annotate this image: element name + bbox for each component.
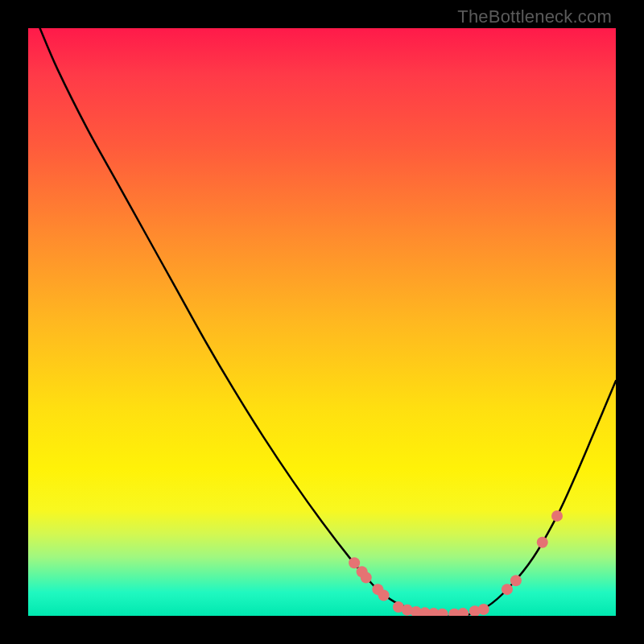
chart-container: { "watermark": "TheBottleneck.com", "col… bbox=[0, 0, 644, 644]
watermark-text: TheBottleneck.com bbox=[457, 6, 612, 27]
gradient-background bbox=[28, 28, 616, 616]
